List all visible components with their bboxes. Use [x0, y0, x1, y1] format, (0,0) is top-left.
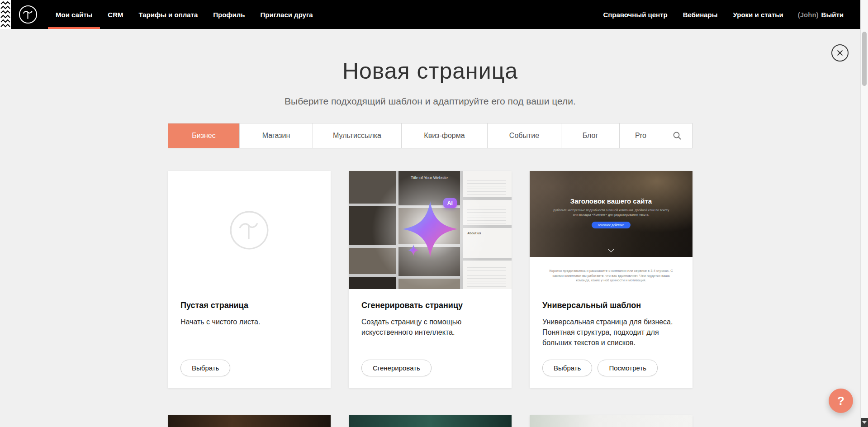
top-navigation-bar: Мои сайты CRM Тарифы и оплата Профиль Пр…	[0, 0, 860, 29]
nav-item-my-sites[interactable]: Мои сайты	[48, 0, 100, 29]
nav-item-lessons[interactable]: Уроки и статьи	[726, 0, 791, 29]
arrow-down-icon	[862, 421, 867, 424]
blank-page-thumbnail	[168, 171, 331, 289]
tab-event[interactable]: Событие	[487, 123, 561, 148]
template-card-blank-page: Пустая страница Начать с чистого листа. …	[168, 171, 331, 388]
tab-multilink[interactable]: Мультиссылка	[313, 123, 401, 148]
template-hero-subtitle: Добавьте интересные подробности о вашей …	[552, 208, 669, 217]
universal-template-thumbnail: Заголовок вашего сайта Добавьте интересн…	[530, 171, 693, 289]
tab-business[interactable]: Бизнес	[168, 123, 239, 148]
card-description: Универсальная страница для бизнеса. Поня…	[542, 317, 676, 348]
main-nav: Мои сайты CRM Тарифы и оплата Профиль Пр…	[48, 0, 321, 29]
close-button[interactable]	[831, 44, 849, 62]
template-category-tabs: Бизнес Магазин Мультиссылка Квиз-форма С…	[168, 123, 693, 148]
card-title: Пустая страница	[180, 301, 318, 310]
nav-item-invite-friend[interactable]: Пригласи друга	[252, 0, 320, 29]
nav-item-crm[interactable]: CRM	[100, 0, 131, 29]
template-hero-cta-button: основное действие	[592, 222, 631, 228]
template-cards-grid-row2	[168, 415, 693, 427]
template-body-text: Коротко представьтесь и расскажите о ком…	[549, 269, 673, 283]
nav-item-profile[interactable]: Профиль	[205, 0, 252, 29]
template-card-partial	[349, 415, 512, 427]
card-description: Начать с чистого листа.	[180, 317, 314, 327]
template-card-partial	[530, 415, 693, 427]
ai-generate-thumbnail: Title of Your Website About us	[349, 171, 512, 289]
nav-item-help-center[interactable]: Справочный центр	[595, 0, 675, 29]
tilda-logo[interactable]	[18, 0, 38, 29]
tab-search[interactable]	[662, 123, 692, 148]
close-icon	[836, 49, 844, 57]
generate-button[interactable]: Сгенерировать	[361, 360, 432, 376]
logout-link[interactable]: Выйти	[821, 11, 844, 19]
template-body-section: Коротко представьтесь и расскажите о ком…	[530, 257, 693, 289]
page-scrollbar	[860, 0, 868, 427]
help-button[interactable]: ?	[829, 389, 853, 413]
scrollbar-thumb[interactable]	[862, 32, 867, 86]
nav-item-pricing[interactable]: Тарифы и оплата	[131, 0, 205, 29]
user-name-label: (John)	[798, 11, 819, 19]
chevron-down-icon	[608, 249, 614, 252]
card-description: Создать страницу с помощью искусственног…	[361, 317, 495, 337]
user-account-area: (John) Выйти	[791, 0, 850, 29]
choose-button[interactable]: Выбрать	[542, 360, 592, 376]
zigzag-pattern-decoration	[0, 0, 11, 29]
search-icon	[673, 131, 682, 140]
tab-store[interactable]: Магазин	[239, 123, 313, 148]
tab-quiz-form[interactable]: Квиз-форма	[401, 123, 487, 148]
scrollbar-down-button[interactable]	[861, 418, 868, 427]
ai-small-star-icon	[408, 244, 419, 256]
template-card-partial	[168, 415, 331, 427]
ai-badge: AI	[443, 198, 457, 208]
tilda-watermark-icon	[229, 210, 270, 251]
tab-blog[interactable]: Блог	[561, 123, 619, 148]
card-title: Сгенерировать страницу	[361, 301, 499, 310]
tab-pro[interactable]: Pro	[619, 123, 662, 148]
card-title: Универсальный шаблон	[542, 301, 680, 310]
template-hero-title: Заголовок вашего сайта	[570, 197, 652, 205]
page-subtitle: Выберите подходящий шаблон и адаптируйте…	[168, 96, 693, 107]
template-card-universal: Заголовок вашего сайта Добавьте интересн…	[530, 171, 693, 388]
new-page-modal: Новая страница Выберите подходящий шабло…	[0, 29, 860, 427]
secondary-nav: Справочный центр Вебинары Уроки и статьи…	[595, 0, 850, 29]
nav-item-webinars[interactable]: Вебинары	[675, 0, 726, 29]
template-card-ai-generate: Title of Your Website About us	[349, 171, 512, 388]
choose-button[interactable]: Выбрать	[180, 360, 230, 376]
template-cards-grid: Пустая страница Начать с чистого листа. …	[168, 171, 693, 388]
template-hero-section: Заголовок вашего сайта Добавьте интересн…	[530, 171, 693, 257]
preview-button[interactable]: Посмотреть	[598, 360, 658, 376]
page-title: Новая страница	[168, 58, 693, 84]
